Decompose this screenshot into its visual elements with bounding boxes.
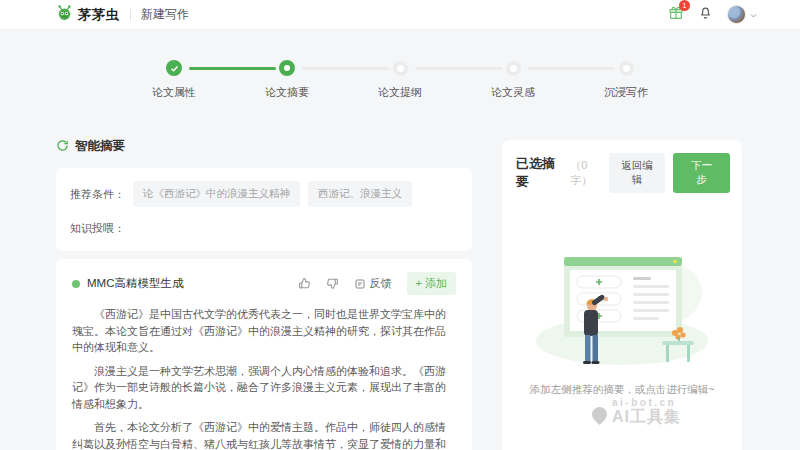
avatar <box>727 5 746 24</box>
gift-button[interactable]: 1 <box>668 5 684 25</box>
back-to-edit-button[interactable]: 返回编辑 <box>609 153 666 193</box>
step-paper-inspiration[interactable]: 论文灵感 <box>457 60 570 100</box>
step-paper-outline[interactable]: 论文提纲 <box>344 60 457 100</box>
notification-badge: 1 <box>679 0 690 11</box>
section-title-row: 智能摘要 <box>56 138 472 155</box>
thumbs-up-icon <box>298 277 311 290</box>
step-circle-pending <box>506 61 521 76</box>
step-circle-pending <box>393 61 408 76</box>
bell-icon <box>698 5 713 24</box>
step-paper-attributes[interactable]: 论文属性 <box>118 60 231 100</box>
feedback-icon <box>354 278 366 290</box>
empty-hint: 添加左侧推荐的摘要，或点击进行编辑~ <box>502 383 742 397</box>
selected-summary-title: 已选摘要 <box>516 155 567 191</box>
summary-paragraph: 《西游记》是中国古代文学的优秀代表之一，同时也是世界文学宝库中的瑰宝。本论文旨在… <box>72 306 456 356</box>
thumbs-down-icon <box>326 277 339 290</box>
notifications-button[interactable] <box>698 5 713 24</box>
step-connector <box>528 67 615 70</box>
step-label: 论文灵感 <box>491 85 535 100</box>
word-count: （0字） <box>570 158 608 188</box>
step-circle-pending <box>619 61 634 76</box>
thumbs-up-button[interactable] <box>298 277 311 290</box>
chevron-down-icon <box>749 6 758 24</box>
step-connector <box>302 67 389 70</box>
next-step-button[interactable]: 下一步 <box>673 153 730 193</box>
step-immersive-writing[interactable]: 沉浸写作 <box>570 60 683 100</box>
step-label: 论文摘要 <box>265 85 309 100</box>
step-circle-active <box>279 60 295 76</box>
summary-paragraph: 浪漫主义是一种文学艺术思潮，强调个人内心情感的体验和追求。《西游记》作为一部史诗… <box>72 363 456 413</box>
thumbs-down-button[interactable] <box>326 277 339 290</box>
step-connector <box>189 67 276 70</box>
source-name: MMC高精模型生成 <box>87 276 183 291</box>
brand[interactable]: 茅茅虫 <box>56 4 120 25</box>
generated-summary-card: MMC高精模型生成 反馈 + 添 <box>56 259 472 450</box>
step-paper-abstract[interactable]: 论文摘要 <box>231 60 344 100</box>
step-connector <box>415 67 502 70</box>
summary-text: 《西游记》是中国古代文学的优秀代表之一，同时也是世界文学宝库中的瑰宝。本论文旨在… <box>72 306 456 450</box>
summary-paragraph: 首先，本论文分析了《西游记》中的爱情主题。作品中，师徒四人的感情纠葛以及孙悟空与… <box>72 419 456 450</box>
bug-logo-icon <box>56 4 73 25</box>
top-header: 茅茅虫 新建写作 1 <box>0 0 800 30</box>
brand-name: 茅茅虫 <box>78 6 120 24</box>
divider <box>130 9 131 21</box>
smart-summary-panel: 智能摘要 推荐条件： 论《西游记》中的浪漫主义精神 西游记、浪漫主义 知识投喂：… <box>56 138 472 450</box>
smart-summary-icon <box>56 139 69 155</box>
empty-state-illustration: 添加左侧推荐的摘要，或点击进行编辑~ <box>502 253 742 397</box>
knowledge-label: 知识投喂： <box>70 221 125 236</box>
selected-summary-panel: 已选摘要 （0字） 返回编辑 下一步 <box>502 140 742 450</box>
condition-tag: 论《西游记》中的浪漫主义精神 <box>133 181 300 207</box>
add-button[interactable]: + 添加 <box>407 272 456 295</box>
section-title: 智能摘要 <box>75 138 125 155</box>
step-circle-done <box>166 60 182 76</box>
condition-tag: 西游记、浪漫主义 <box>308 181 412 207</box>
user-menu[interactable] <box>727 5 758 24</box>
progress-steps: 论文属性 论文摘要 论文提纲 论文灵感 沉浸写作 <box>118 60 683 100</box>
step-label: 沉浸写作 <box>604 85 648 100</box>
page-title: 新建写作 <box>141 6 189 23</box>
feedback-button[interactable]: 反馈 <box>354 276 392 291</box>
step-label: 论文属性 <box>152 85 196 100</box>
source-dot <box>72 280 80 288</box>
conditions-card: 推荐条件： 论《西游记》中的浪漫主义精神 西游记、浪漫主义 知识投喂： <box>56 168 472 251</box>
step-label: 论文提纲 <box>378 85 422 100</box>
conditions-label: 推荐条件： <box>70 187 125 202</box>
feedback-label: 反馈 <box>370 276 392 291</box>
